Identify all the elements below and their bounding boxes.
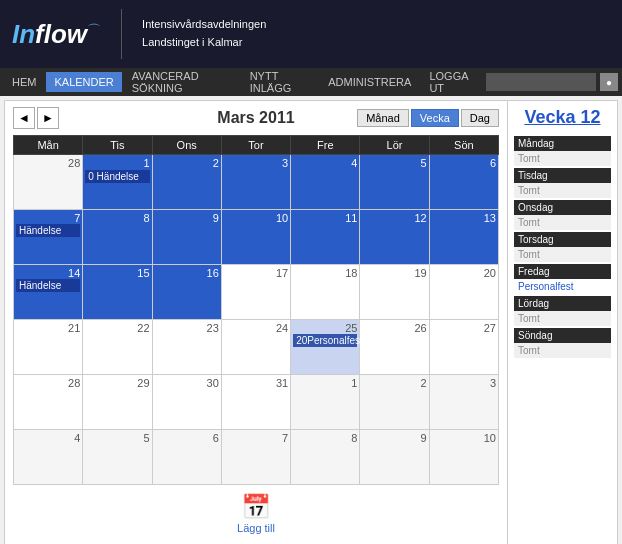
week-day-sunday: Söndag Tomt xyxy=(514,328,611,358)
calendar-cell[interactable]: 19 xyxy=(360,265,429,320)
calendar-cell[interactable]: 24 xyxy=(221,320,290,375)
nav-item-hem[interactable]: HEM xyxy=(4,72,44,92)
day-number: 21 xyxy=(16,322,80,334)
calendar-cell[interactable]: 8 xyxy=(291,430,360,485)
calendar-cell[interactable]: 14Händelse xyxy=(14,265,83,320)
event-bar[interactable]: Händelse xyxy=(16,279,80,292)
view-day-button[interactable]: Dag xyxy=(461,109,499,127)
day-number: 9 xyxy=(362,432,426,444)
calendar-cell[interactable]: 10 xyxy=(221,210,290,265)
calendar-cell[interactable]: 30 xyxy=(152,375,221,430)
calendar-cell[interactable]: 23 xyxy=(152,320,221,375)
calendar-cell[interactable]: 28 xyxy=(14,375,83,430)
add-calendar-icon: 📅 xyxy=(21,493,491,521)
calendar-cell[interactable]: 10 xyxy=(429,430,498,485)
day-number: 25 xyxy=(293,322,357,334)
day-number: 6 xyxy=(155,432,219,444)
th-son: Sön xyxy=(429,136,498,155)
view-week-button[interactable]: Vecka xyxy=(411,109,459,127)
day-number: 26 xyxy=(362,322,426,334)
nav-item-new-entry[interactable]: NYTT INLÄGG xyxy=(242,66,319,98)
calendar-cell[interactable]: 12 xyxy=(360,210,429,265)
calendar-cell[interactable]: 17 xyxy=(221,265,290,320)
add-label[interactable]: Lägg till xyxy=(237,522,275,534)
week-day-saturday: Lördag Tomt xyxy=(514,296,611,326)
week-day-event-friday-personalfest[interactable]: Personalfest xyxy=(514,279,611,294)
week-day-name-thursday: Torsdag xyxy=(514,232,611,247)
view-buttons: Månad Vecka Dag xyxy=(357,109,499,127)
nav-item-kalender[interactable]: KALENDER xyxy=(46,72,121,92)
week-day-event-wednesday: Tomt xyxy=(514,215,611,230)
calendar-cell[interactable]: 9 xyxy=(152,210,221,265)
main-content: ◄ ► Mars 2011 Månad Vecka Dag Mån Tis On… xyxy=(4,100,618,544)
calendar-cell[interactable]: 20 xyxy=(429,265,498,320)
logo-divider xyxy=(121,9,122,59)
table-row: 21 22 23 24 2520Personalfest 26 27 xyxy=(14,320,499,375)
prev-button[interactable]: ◄ xyxy=(13,107,35,129)
calendar-table: Mån Tis Ons Tor Fre Lör Sön 28 10 Händel… xyxy=(13,135,499,485)
header: Inflow⌒ Intensivvårdsavdelningen Landsti… xyxy=(0,0,622,68)
calendar-cell[interactable]: 1 xyxy=(291,375,360,430)
day-number: 28 xyxy=(16,377,80,389)
calendar-cell[interactable]: 21 xyxy=(14,320,83,375)
search-input[interactable] xyxy=(486,73,596,91)
calendar-cell[interactable]: 13 xyxy=(429,210,498,265)
calendar-cell[interactable]: 4 xyxy=(14,430,83,485)
week-title: Vecka 12 xyxy=(514,107,611,128)
table-row: 14Händelse 15 16 17 18 19 20 xyxy=(14,265,499,320)
calendar-cell[interactable]: 31 xyxy=(221,375,290,430)
calendar-cell[interactable]: 22 xyxy=(83,320,152,375)
calendar-header-row: Mån Tis Ons Tor Fre Lör Sön xyxy=(14,136,499,155)
calendar-cell[interactable]: 5 xyxy=(360,155,429,210)
day-number: 10 xyxy=(224,212,288,224)
day-number: 23 xyxy=(155,322,219,334)
calendar-cell[interactable]: 28 xyxy=(14,155,83,210)
day-number: 7 xyxy=(224,432,288,444)
calendar-cell[interactable]: 5 xyxy=(83,430,152,485)
week-sidebar: Vecka 12 Måndag Tomt Tisdag Tomt Onsdag … xyxy=(507,101,617,544)
calendar-cell[interactable]: 18 xyxy=(291,265,360,320)
calendar-cell[interactable]: 27 xyxy=(429,320,498,375)
calendar-cell[interactable]: 2520Personalfest xyxy=(291,320,360,375)
event-bar[interactable]: Händelse xyxy=(16,224,80,237)
search-button[interactable]: ● xyxy=(600,73,618,91)
subtitle-line1: Intensivvårdsavdelningen xyxy=(142,16,266,34)
day-number: 8 xyxy=(293,432,357,444)
event-bar[interactable]: 0 Händelse xyxy=(85,170,149,183)
calendar-cell[interactable]: 6 xyxy=(429,155,498,210)
nav-item-advanced-search[interactable]: AVANCERAD SÖKNING xyxy=(124,66,240,98)
calendar-cell[interactable]: 26 xyxy=(360,320,429,375)
calendar-cell[interactable]: 3 xyxy=(429,375,498,430)
calendar-cell[interactable]: 2 xyxy=(360,375,429,430)
event-bar-personalfest[interactable]: 20Personalfest xyxy=(293,334,357,347)
calendar-cell[interactable]: 10 Händelse xyxy=(83,155,152,210)
calendar-cell[interactable]: 11 xyxy=(291,210,360,265)
calendar-cell[interactable]: 9 xyxy=(360,430,429,485)
day-number: 17 xyxy=(224,267,288,279)
week-day-name-tuesday: Tisdag xyxy=(514,168,611,183)
nav-item-admin[interactable]: ADMINISTRERA xyxy=(320,72,419,92)
calendar-cell[interactable]: 15 xyxy=(83,265,152,320)
calendar-cell[interactable]: 7Händelse xyxy=(14,210,83,265)
week-day-event-monday: Tomt xyxy=(514,151,611,166)
calendar-cell[interactable]: 6 xyxy=(152,430,221,485)
next-button[interactable]: ► xyxy=(37,107,59,129)
th-tis: Tis xyxy=(83,136,152,155)
calendar-cell[interactable]: 2 xyxy=(152,155,221,210)
week-day-friday: Fredag Personalfest xyxy=(514,264,611,294)
view-month-button[interactable]: Månad xyxy=(357,109,409,127)
week-day-name-wednesday: Onsdag xyxy=(514,200,611,215)
calendar-cell[interactable]: 16 xyxy=(152,265,221,320)
calendar-cell[interactable]: 3 xyxy=(221,155,290,210)
calendar-cell[interactable]: 7 xyxy=(221,430,290,485)
week-day-monday: Måndag Tomt xyxy=(514,136,611,166)
nav-item-logout[interactable]: LOGGA UT xyxy=(421,66,484,98)
logo-curve: ⌒ xyxy=(87,22,101,38)
calendar-header: ◄ ► Mars 2011 Månad Vecka Dag xyxy=(13,109,499,127)
day-number: 6 xyxy=(432,157,496,169)
th-ons: Ons xyxy=(152,136,221,155)
calendar-cell[interactable]: 29 xyxy=(83,375,152,430)
calendar-cell[interactable]: 4 xyxy=(291,155,360,210)
logo: Inflow⌒ xyxy=(12,19,101,50)
calendar-cell[interactable]: 8 xyxy=(83,210,152,265)
